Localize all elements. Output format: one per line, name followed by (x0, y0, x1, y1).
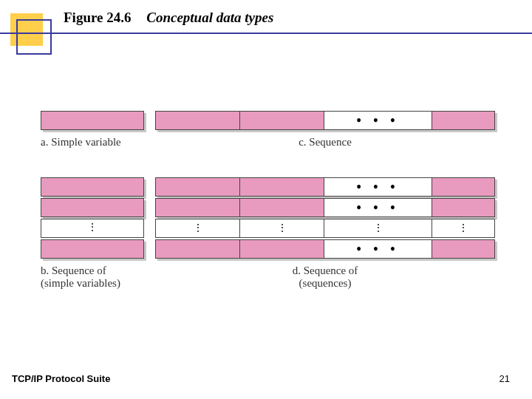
table-row-field (432, 177, 495, 197)
table-row-field (155, 177, 240, 197)
panel-b: ⋮ b. Sequence of (simple variables) (41, 177, 144, 290)
list-ellipsis-cell: ⋮ (41, 219, 144, 238)
table-row-field (155, 198, 240, 217)
table-row-field (239, 177, 324, 197)
ellipsis-icon: ⋮ (432, 222, 495, 234)
sequence-field (239, 111, 324, 130)
caption-a: a. Simple variable (41, 136, 144, 149)
table-row-field (432, 198, 495, 217)
list-item-cell (41, 239, 144, 259)
ellipsis-icon: ⋮ (324, 222, 432, 234)
figure-subtitle: Conceptual data types (146, 10, 273, 25)
caption-d: d. Sequence of (sequences) (155, 265, 495, 290)
ellipsis-icon: ⋮ (41, 219, 143, 233)
table-row-field (155, 239, 240, 259)
table-row-field (239, 198, 324, 217)
panel-a: a. Simple variable (41, 111, 144, 149)
sequence-field (155, 111, 240, 130)
sequence-field (432, 111, 495, 130)
list-item-cell (41, 198, 144, 217)
panel-c: • • • c. Sequence (155, 111, 495, 149)
caption-c: c. Sequence (155, 136, 495, 149)
ellipsis-icon: • • • (324, 111, 432, 130)
figure-number: Figure 24.6 (64, 10, 131, 25)
ellipsis-icon: • • • (324, 177, 432, 197)
ellipsis-icon: ⋮ (239, 222, 324, 234)
table-row-field (239, 239, 324, 259)
simple-variable-cell (41, 111, 144, 130)
ellipsis-icon: • • • (324, 239, 432, 259)
page-number: 21 (499, 373, 510, 384)
slide-title: Figure 24.6 Conceptual data types (64, 10, 273, 26)
list-item-cell (41, 177, 144, 197)
slide-bullet-icon-outline (16, 19, 52, 55)
footer-source: TCP/IP Protocol Suite (12, 373, 110, 384)
ellipsis-icon: ⋮ (155, 222, 240, 234)
panel-d: • • • • • • ⋮ ⋮ ⋮ ⋮ (155, 177, 495, 290)
ellipsis-icon: • • • (324, 198, 432, 217)
header-rule (0, 33, 532, 34)
caption-b: b. Sequence of (simple variables) (41, 265, 144, 290)
table-row-field (432, 239, 495, 259)
